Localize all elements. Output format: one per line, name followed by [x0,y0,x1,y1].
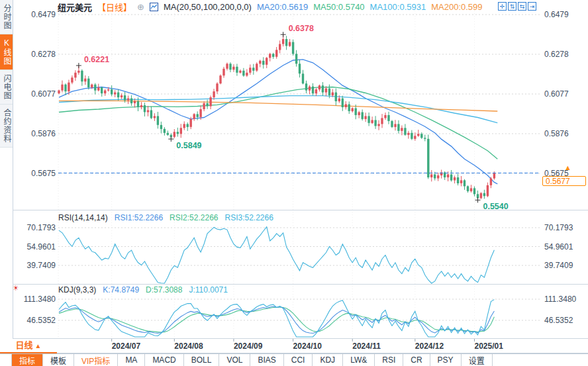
svg-text:0.6479: 0.6479 [544,10,569,19]
ma-line-ma20 [59,60,497,184]
rsi-params-label: RSI(14,14,14) [58,213,108,222]
pan-right-icon[interactable]: ⇥ [528,2,536,11]
sidebar-item-contract-info[interactable]: 合约资料 [0,105,13,148]
chart-canvas[interactable]: 0.62210.63780.58490.55400.64790.64790.62… [0,0,588,366]
tab-lw[interactable]: LW& [343,354,375,366]
tab-ma[interactable]: MA [118,354,145,366]
ma50-value: MA50:0.5740 [313,2,364,12]
trading-app: 0.62210.63780.58490.55400.64790.64790.62… [0,0,588,366]
move-crosshair-icon[interactable]: ✛ [498,2,507,11]
y-axis-scale-icon[interactable]: ⇅ [508,2,516,11]
svg-text:2025/01: 2025/01 [474,342,503,351]
svg-text:0.5876: 0.5876 [31,129,56,138]
svg-text:0.6378: 0.6378 [289,24,314,33]
kdj-j-value: J:110.0071 [189,285,228,295]
svg-text:54.9601: 54.9601 [544,242,573,252]
tab-psy[interactable]: PSY [430,354,462,366]
ma20-value: MA20:0.5619 [257,2,308,12]
svg-text:2024/10: 2024/10 [293,342,322,351]
date-axis: 2024/072024/082024/092024/102024/112024/… [112,339,504,351]
rsi3-value: RSI3:52.2266 [225,213,273,222]
svg-text:39.7409: 39.7409 [27,261,56,270]
chart-header: 纽元美元 【日线】 ⊕ MA(20,50,100,200,0,0) MA20:0… [58,1,483,12]
svg-text:46.5352: 46.5352 [27,316,56,325]
tab-settings[interactable]: 设置 [462,354,493,366]
rsi2-value: RSI2:52.2266 [170,213,218,222]
svg-text:0.6077: 0.6077 [544,89,569,99]
sidebar-item-lightning-chart[interactable]: 闪电图 [0,70,13,105]
period-badge: 【日线】 [97,1,132,13]
svg-text:70.1793: 70.1793 [27,223,56,232]
ma-lines-layer [59,60,497,184]
tab-macd[interactable]: MACD [145,354,183,366]
tab-vol[interactable]: VOL [219,354,250,366]
price-up-arrow-icon: ▲ [564,163,571,171]
svg-text:39.7409: 39.7409 [544,261,573,270]
panel-separators [13,210,588,353]
rsi-line [59,227,494,283]
tab-rsi[interactable]: RSI [375,354,403,366]
tab-spacer [0,354,12,366]
kdj-lines [59,300,494,337]
kdj-panel-icon[interactable]: ☀ [13,284,19,293]
indicator-tabbar: 指标 模板 VIP指标 MA MACD BOLL VOL BIAS CCI KD… [0,353,588,366]
sidebar-item-kline-chart[interactable]: K线图 [0,34,13,70]
svg-text:2024/12: 2024/12 [415,342,444,351]
x-axis-scale-icon[interactable]: ⇆ [518,2,526,11]
svg-text:0.5849: 0.5849 [176,141,201,150]
ma200-value: MA200:0.599 [431,2,482,12]
svg-text:111.3480: 111.3480 [24,295,56,304]
svg-text:46.5352: 46.5352 [544,316,573,325]
tab-template[interactable]: 模板 [43,354,74,366]
sidebar-item-time-chart[interactable]: 分时图 [0,0,13,34]
svg-text:2024/09: 2024/09 [234,342,263,351]
svg-text:2024/11: 2024/11 [352,342,381,351]
svg-text:0.5540: 0.5540 [483,202,508,211]
svg-text:2024/07: 2024/07 [112,342,141,351]
svg-text:0.6479: 0.6479 [31,10,56,19]
period-selector[interactable]: 日线▲ [0,339,57,353]
circle-plus-icon[interactable]: ⊕ [137,2,144,12]
sidebar: 分时图 K线图 闪电图 合约资料 [0,0,13,339]
kdj-params-label: KDJ(9,3,3) [58,285,96,295]
triangle-up-icon: ▲ [35,342,42,349]
svg-text:0.6077: 0.6077 [31,89,56,99]
tab-kdj[interactable]: KDJ [313,354,343,366]
tab-boll[interactable]: BOLL [184,354,220,366]
svg-text:0.6278: 0.6278 [544,50,569,59]
tab-vip-indicator[interactable]: VIP指标 [74,354,118,366]
kdj-k-value: K:74.8749 [103,285,139,295]
svg-text:2024/08: 2024/08 [174,342,203,351]
symbol-name: 纽元美元 [58,1,92,13]
indicator-chart-icon[interactable] [150,3,158,11]
tab-bias[interactable]: BIAS [250,354,283,366]
tab-cci[interactable]: CCI [284,354,313,366]
period-label: 日线 [16,340,33,350]
chart-toolbar: ✛ ⇅ ⇆ ⇥ [498,2,536,11]
svg-text:54.9601: 54.9601 [27,242,56,252]
rsi1-value: RSI1:52.2266 [115,213,163,222]
tab-indicator[interactable]: 指标 [12,354,43,366]
last-price-box: 0.5677 [542,176,586,186]
svg-text:0.5675: 0.5675 [31,169,56,178]
tab-cr[interactable]: CR [403,354,430,366]
svg-text:0.6278: 0.6278 [31,50,56,59]
svg-text:70.1793: 70.1793 [544,223,573,232]
ma100-value: MA100:0.5931 [370,2,426,12]
svg-text:0.5876: 0.5876 [544,129,569,138]
kdj-d-value: D:57.3088 [146,285,182,295]
ma-params-label: MA(20,50,100,200,0,0) [164,2,252,12]
rsi-panel-header: RSI(14,14,14) RSI1:52.2266 RSI2:52.2266 … [58,213,273,222]
svg-text:0.6221: 0.6221 [84,55,109,64]
candles-layer [58,34,495,200]
kdj-panel-header: KDJ(9,3,3) K:74.8749 D:57.3088 J:110.007… [58,285,228,295]
svg-text:111.3480: 111.3480 [544,295,577,304]
